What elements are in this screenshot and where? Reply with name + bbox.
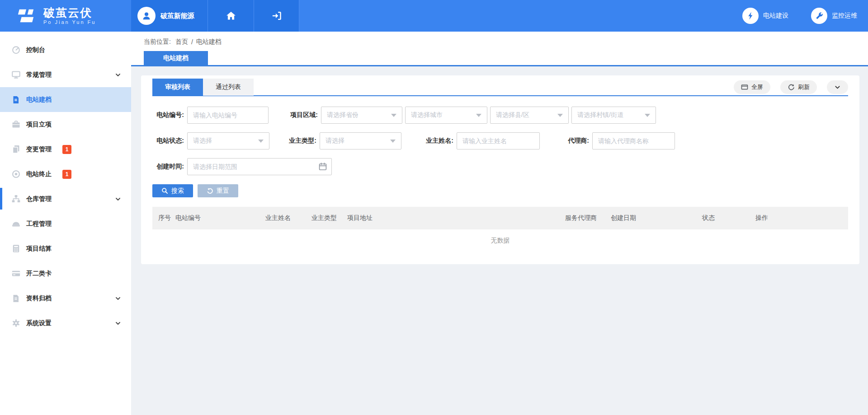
- nav-station-build-label: 电站建设: [763, 12, 788, 20]
- agent-input[interactable]: [592, 132, 675, 149]
- breadcrumb-current: 电站建档: [196, 38, 222, 46]
- monitor-icon: [11, 70, 20, 79]
- col-service-agent: 服务代理商: [565, 214, 611, 222]
- sidebar-item-change-management[interactable]: 变更管理 1: [0, 137, 131, 162]
- station-no-label: 电站编号:: [152, 111, 184, 119]
- nav-monitor-ops-label: 监控运维: [832, 12, 857, 20]
- owner-type-label: 业主类型:: [285, 137, 316, 145]
- chevron-down-icon: [115, 295, 121, 302]
- sidebar-item-project-initiation[interactable]: 项目立项: [0, 112, 131, 137]
- lightning-icon: [742, 8, 759, 24]
- refresh-button[interactable]: 刷新: [780, 80, 817, 94]
- col-actions: 操作: [755, 214, 848, 222]
- search-icon: [161, 187, 168, 194]
- breadcrumb-separator: /: [191, 38, 193, 46]
- search-button[interactable]: 搜索: [152, 184, 193, 197]
- chevron-down-icon: [115, 72, 121, 78]
- owner-name-input[interactable]: [457, 132, 540, 149]
- create-time-label: 创建时间:: [152, 163, 184, 171]
- breadcrumb-prefix: 当前位置:: [144, 38, 171, 46]
- logout-button[interactable]: [254, 0, 299, 32]
- caret-down-icon: [645, 114, 650, 117]
- breadcrumb-home-link[interactable]: 首页: [175, 38, 188, 46]
- sign-in-icon: [271, 10, 282, 21]
- change-management-badge: 1: [62, 145, 71, 154]
- home-button[interactable]: [208, 0, 254, 32]
- file-icon: [11, 294, 20, 303]
- tab-review-list[interactable]: 审核列表: [152, 79, 203, 96]
- station-status-select[interactable]: 请选择: [187, 132, 269, 149]
- caret-down-icon: [476, 114, 481, 117]
- caret-down-icon: [390, 140, 396, 143]
- col-project-address: 项目地址: [347, 214, 565, 222]
- topbar: 破茧云伏 Po Jian Yun Fu 破茧新能源: [0, 0, 868, 32]
- owner-type-select[interactable]: 请选择: [320, 132, 401, 149]
- town-select[interactable]: 请选择村镇/街道: [571, 107, 656, 124]
- table-header-row: 序号 电站编号 业主姓名 业主类型 项目地址 服务代理商 创建日期 状态 操作: [152, 207, 848, 229]
- brand-logo: 破茧云伏 Po Jian Yun Fu: [0, 0, 131, 32]
- chevron-down-icon: [115, 320, 121, 326]
- county-select[interactable]: 请选择县/区: [490, 107, 569, 124]
- sitemap-icon: [11, 195, 20, 204]
- col-owner-type: 业主类型: [311, 214, 347, 222]
- brand-subtitle: Po Jian Yun Fu: [43, 19, 96, 25]
- copy-icon: [11, 145, 20, 154]
- filter-form: 电站编号: 项目区域: 请选择省份 请选择城市: [152, 107, 848, 175]
- col-owner-name: 业主姓名: [265, 214, 311, 222]
- sidebar: 控制台 常规管理 电站建档 项目立项 变更管理 1 电站终止 1: [0, 32, 131, 415]
- sidebar-item-engineering-management[interactable]: 工程管理: [0, 211, 131, 236]
- reset-button[interactable]: 重置: [198, 184, 238, 197]
- sidebar-item-general-management[interactable]: 常规管理: [0, 62, 131, 87]
- panel-tabbar: 审核列表 通过列表 全屏 刷新: [152, 79, 848, 96]
- home-icon: [226, 10, 236, 21]
- company-name: 破茧新能源: [160, 12, 194, 20]
- caret-down-icon: [391, 114, 396, 117]
- col-index: 序号: [158, 214, 175, 222]
- gear-icon: [11, 319, 20, 328]
- chevron-down-icon: [115, 196, 121, 202]
- target-icon: [11, 170, 20, 179]
- col-status: 状态: [702, 214, 755, 222]
- fullscreen-button[interactable]: 全屏: [734, 80, 770, 94]
- nav-monitor-ops[interactable]: 监控运维: [811, 8, 857, 24]
- user-avatar-icon: [137, 7, 156, 25]
- station-status-label: 电站状态:: [152, 137, 184, 145]
- table-empty-state: 无数据: [152, 229, 848, 252]
- sidebar-item-project-settlement[interactable]: 项目结算: [0, 236, 131, 261]
- chevron-down-icon: [834, 84, 841, 91]
- credit-card-icon: [11, 269, 20, 278]
- wrench-icon: [811, 8, 827, 24]
- tab-passed-list[interactable]: 通过列表: [203, 79, 254, 96]
- caret-down-icon: [258, 140, 264, 143]
- city-select[interactable]: 请选择城市: [405, 107, 487, 124]
- date-range-input[interactable]: [187, 158, 332, 175]
- sidebar-item-warehouse-management[interactable]: 仓库管理: [0, 187, 131, 211]
- sidebar-item-dashboard[interactable]: 控制台: [0, 37, 131, 62]
- sidebar-item-data-archiving[interactable]: 资料归档: [0, 286, 131, 311]
- agent-label: 代理商:: [557, 137, 589, 145]
- calculator-icon: [11, 244, 20, 253]
- reset-icon: [207, 187, 213, 194]
- briefcase-icon: [11, 120, 20, 129]
- collapse-button[interactable]: [827, 80, 848, 94]
- page-tab-station-filing[interactable]: 电站建档: [144, 51, 208, 65]
- breadcrumb: 当前位置: 首页 / 电站建档: [144, 38, 222, 46]
- topbar-user-cell[interactable]: 破茧新能源: [131, 0, 208, 32]
- station-no-input[interactable]: [187, 107, 269, 124]
- sidebar-item-system-settings[interactable]: 系统设置: [0, 311, 131, 336]
- fullscreen-icon: [741, 84, 748, 91]
- province-select[interactable]: 请选择省份: [321, 107, 402, 124]
- helmet-icon: [11, 219, 20, 228]
- brand-title: 破茧云伏: [43, 7, 96, 19]
- document-icon: [11, 95, 20, 104]
- nav-station-build[interactable]: 电站建设: [742, 8, 788, 24]
- station-filing-panel: 审核列表 通过列表 全屏 刷新: [141, 75, 859, 264]
- caret-down-icon: [557, 114, 563, 117]
- station-termination-badge: 1: [62, 170, 71, 179]
- main-content: 审核列表 通过列表 全屏 刷新: [131, 68, 868, 415]
- sidebar-item-open-type2-card[interactable]: 开二类卡: [0, 261, 131, 286]
- refresh-icon: [788, 84, 795, 91]
- sidebar-item-station-filing[interactable]: 电站建档: [0, 87, 131, 112]
- region-label: 项目区域:: [286, 111, 318, 119]
- sidebar-item-station-termination[interactable]: 电站终止 1: [0, 162, 131, 187]
